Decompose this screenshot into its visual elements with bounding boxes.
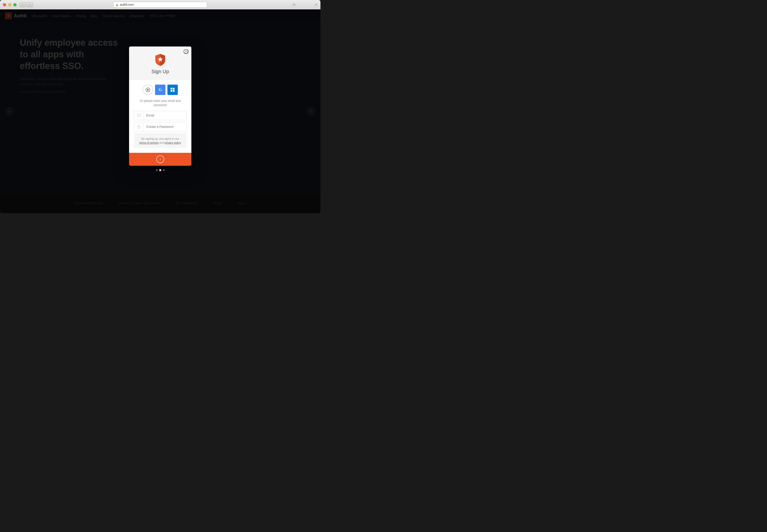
auth0-logo <box>154 53 167 66</box>
terms-link[interactable]: terms of service <box>139 141 159 144</box>
terms-prefix: By signing up, you agree to our <box>141 137 179 140</box>
modal-container: × Sign Up <box>129 46 191 166</box>
dot-2 <box>159 169 161 171</box>
google-icon: G <box>159 88 162 92</box>
traffic-lights <box>3 3 17 6</box>
modal-close-button[interactable]: × <box>183 49 188 54</box>
terms-and: and <box>159 141 165 144</box>
privacy-link[interactable]: privacy policy <box>165 141 181 144</box>
fullscreen-window-button[interactable] <box>13 3 17 6</box>
windows-security-button[interactable] <box>143 85 153 95</box>
dot-3 <box>163 169 165 171</box>
social-buttons-row: G <box>134 85 186 95</box>
minimize-window-button[interactable] <box>8 3 11 6</box>
windows-grid-icon <box>171 88 175 92</box>
back-button[interactable]: ‹ <box>20 2 26 7</box>
browser-nav-arrows: ‹ › <box>20 2 33 7</box>
submit-arrow-icon: › <box>156 155 164 163</box>
modal-header: × Sign Up <box>129 46 191 80</box>
dot-1 <box>156 169 158 171</box>
divider-text: Or please enter your email andpassword <box>134 99 186 107</box>
microsoft-button[interactable] <box>167 85 178 95</box>
password-input-field[interactable] <box>134 122 186 132</box>
titlebar: ‹ › 🔒 auth0.com ↻ + <box>0 0 320 9</box>
submit-button[interactable]: › <box>129 153 191 166</box>
close-window-button[interactable] <box>3 3 6 6</box>
address-bar[interactable]: 🔒 auth0.com <box>113 2 207 8</box>
new-tab-button[interactable]: + <box>315 2 317 7</box>
circle-dot-icon <box>146 88 150 92</box>
pagination-dots <box>129 169 191 171</box>
svg-point-2 <box>147 89 149 90</box>
modal-body: G Or please enter your email andpassword <box>129 80 191 153</box>
modal-title: Sign Up <box>151 69 169 74</box>
signup-modal: × Sign Up <box>129 46 191 171</box>
refresh-button[interactable]: ↻ <box>293 3 296 7</box>
email-input-field[interactable] <box>134 111 186 120</box>
forward-button[interactable]: › <box>26 2 33 7</box>
browser-content: ✦ Auth0 Why Auth0 How It Works Pricing B… <box>0 9 320 213</box>
ssl-lock-icon: 🔒 <box>115 3 118 6</box>
lock-icon <box>134 122 144 131</box>
browser-window: ‹ › 🔒 auth0.com ↻ + ✦ Auth0 Why Auth0 Ho… <box>0 0 320 213</box>
email-input[interactable] <box>144 113 186 117</box>
url-text: auth0.com <box>120 3 134 6</box>
email-icon <box>134 111 144 120</box>
modal-terms-text: By signing up, you agree to our terms of… <box>134 133 186 148</box>
svg-rect-4 <box>138 127 140 128</box>
arrow-right-icon: › <box>159 157 161 161</box>
google-button[interactable]: G <box>155 85 165 95</box>
password-input[interactable] <box>144 125 186 129</box>
